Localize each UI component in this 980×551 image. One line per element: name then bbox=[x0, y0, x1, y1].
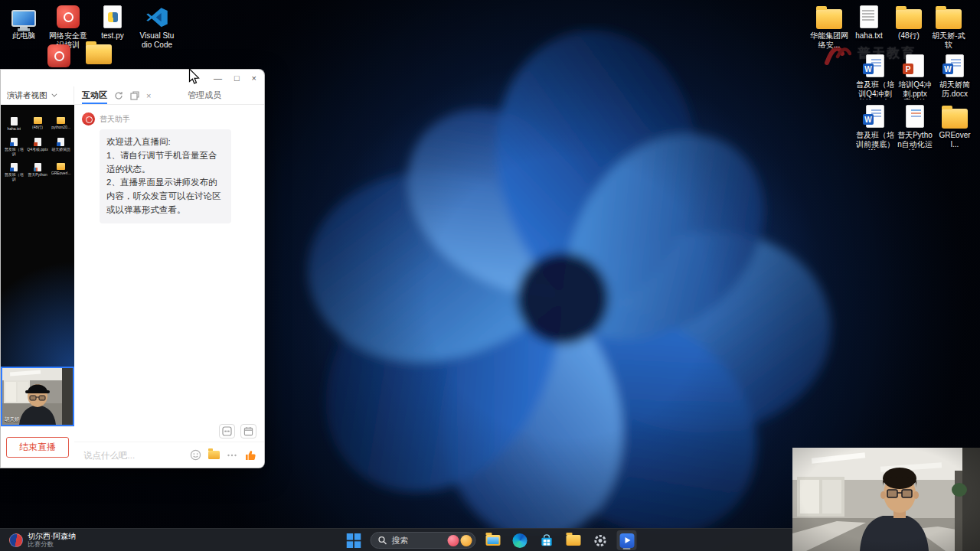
desktop-icon-gre-folder[interactable]: GREoverl... bbox=[936, 104, 974, 150]
preview-icon: (48行) bbox=[27, 117, 49, 131]
emoji-icon[interactable] bbox=[190, 449, 201, 461]
folder-icon bbox=[896, 9, 922, 29]
desktop-icon-hutianjiao-folder[interactable]: 胡天娇-武软 bbox=[929, 5, 968, 49]
preview-icon: 普及班（培训 bbox=[3, 138, 25, 156]
desktop-icon-vscode[interactable]: Visual Studio Code bbox=[138, 5, 176, 49]
presenter-sidebar: haha.txt (48行) python20... 普及班（培训 Q4考核.p… bbox=[1, 105, 74, 468]
instructor-video bbox=[792, 448, 980, 551]
taskbar-live-app[interactable] bbox=[617, 530, 637, 550]
folder-icon bbox=[936, 9, 962, 29]
desktop-icon-resume-docx[interactable]: 胡天娇简历.docx bbox=[936, 54, 974, 99]
desktop-icon-pretest-doc[interactable]: 普及班（培训前摸底）(1)... bbox=[856, 104, 894, 150]
security-training-icon bbox=[57, 5, 80, 28]
file-attach-icon[interactable] bbox=[208, 451, 220, 459]
close-panel-icon[interactable]: × bbox=[146, 91, 151, 100]
chat-tabs: 互动区 × 管理成员 bbox=[74, 86, 264, 104]
widget-subtitle: 比赛分数 bbox=[28, 541, 76, 549]
assistant-avatar bbox=[82, 112, 95, 126]
word-file-icon bbox=[946, 54, 964, 77]
maximize-button[interactable]: □ bbox=[234, 74, 240, 83]
search-highlight-icon bbox=[448, 535, 459, 546]
desktop-icon-huaneng-folder[interactable]: 华能集团网络安... bbox=[810, 5, 848, 49]
vscode-icon bbox=[145, 5, 168, 28]
desktop-icon-48-folder[interactable]: (48行) bbox=[890, 5, 928, 49]
assistant-name: 普天助手 bbox=[100, 114, 130, 125]
desktop-icon-partial-folder[interactable] bbox=[86, 44, 112, 64]
screen-share-preview[interactable]: haha.txt (48行) python20... 普及班（培训 Q4考核.p… bbox=[1, 105, 74, 367]
widgets-button[interactable]: 切尔西·阿森纳 比赛分数 bbox=[5, 530, 80, 550]
live-app-icon bbox=[619, 533, 634, 548]
preview-icon: Q4考核.pptx bbox=[27, 138, 49, 156]
taskbar-store[interactable] bbox=[537, 530, 557, 550]
word-file-icon bbox=[57, 138, 64, 146]
tab-interaction[interactable]: 互动区 bbox=[82, 86, 107, 104]
taskbar-center: 搜索 bbox=[344, 529, 637, 551]
folder-icon bbox=[566, 535, 580, 546]
desktop-icon-this-pc[interactable]: 此电脑 bbox=[5, 5, 43, 49]
desktop-icon-python-ops[interactable]: 普天Python自动化运维... bbox=[896, 104, 934, 150]
start-button[interactable] bbox=[344, 530, 364, 550]
folder-icon bbox=[942, 109, 968, 129]
search-placeholder: 搜索 bbox=[392, 535, 443, 546]
popout-icon[interactable] bbox=[130, 91, 139, 100]
word-file-icon bbox=[866, 105, 884, 128]
chat-message-bubble: 欢迎进入直播间: 1、请自行调节手机音量至合适的状态。 2、直播界面显示讲师发布… bbox=[100, 129, 231, 223]
taskbar-edge[interactable] bbox=[510, 530, 530, 550]
folder-icon bbox=[57, 117, 65, 124]
document-file-icon bbox=[34, 163, 41, 171]
folder-icon bbox=[57, 163, 65, 170]
desktop-icon-test-py[interactable]: test.py bbox=[93, 5, 132, 49]
refresh-icon[interactable] bbox=[114, 91, 123, 100]
word-file-icon bbox=[866, 54, 884, 77]
gear-icon bbox=[593, 533, 607, 548]
live-stream-app-window: — □ × 演讲者视图 互动区 × 管理成员 bbox=[0, 69, 265, 468]
word-file-icon bbox=[11, 138, 18, 146]
chat-messages: 普天助手 欢迎进入直播间: 1、请自行调节手机音量至合适的状态。 2、直播界面显… bbox=[74, 105, 264, 420]
presenter-view-dropdown[interactable]: 演讲者视图 bbox=[1, 86, 74, 104]
ppt-file-icon bbox=[34, 138, 41, 146]
preview-icon: 普及班（培训 bbox=[3, 163, 25, 181]
close-button[interactable]: × bbox=[252, 74, 256, 83]
minimize-button[interactable]: — bbox=[214, 74, 222, 83]
taskbar-search[interactable]: 搜索 bbox=[371, 532, 476, 549]
search-highlight-icon bbox=[461, 535, 472, 546]
chat-message-line: 1、请自行调节手机音量至合适的状态。 bbox=[106, 149, 224, 177]
emoji-panel-icon[interactable] bbox=[219, 424, 235, 439]
presenter-camera-preview: 胡天娇 bbox=[1, 367, 74, 426]
desktop-screen: 普天教育 此电脑 网络安全意识培训 test.py Visual Studio … bbox=[0, 0, 980, 551]
desktop-icon-security-training[interactable]: 网络安全意识培训 bbox=[49, 5, 87, 49]
chat-panel: 普天助手 欢迎进入直播间: 1、请自行调节手机音量至合适的状态。 2、直播界面显… bbox=[74, 105, 264, 468]
text-file-icon bbox=[860, 5, 878, 28]
preview-icon: GREoverl... bbox=[50, 163, 72, 181]
file-explorer-icon bbox=[485, 535, 500, 546]
end-stream-area: 结束直播 bbox=[1, 426, 74, 468]
taskbar-folder[interactable] bbox=[564, 530, 583, 550]
folder-icon bbox=[34, 117, 42, 124]
taskbar-file-explorer[interactable] bbox=[483, 530, 503, 550]
red-app-icon bbox=[47, 44, 70, 67]
taskbar-settings[interactable] bbox=[590, 530, 610, 550]
desktop-icon-q4-pptx[interactable]: 培训Q4冲刺.pptx（完考核） bbox=[896, 54, 934, 99]
desktop-icon-partial-red[interactable] bbox=[47, 44, 70, 67]
desktop-icon-class-doc[interactable]: 普及班（培训Q4冲刺考核）.d... bbox=[856, 54, 894, 99]
desktop-icon-haha-txt[interactable]: haha.txt bbox=[850, 5, 888, 49]
folder-icon bbox=[86, 44, 112, 64]
text-file-icon bbox=[11, 117, 18, 126]
tab-members[interactable]: 管理成员 bbox=[188, 90, 221, 101]
more-icon[interactable] bbox=[227, 450, 237, 461]
python-file-icon bbox=[103, 5, 122, 28]
schedule-icon[interactable] bbox=[240, 424, 256, 439]
end-stream-button[interactable]: 结束直播 bbox=[6, 437, 69, 458]
sports-widget-icon bbox=[9, 533, 23, 547]
ppt-file-icon bbox=[906, 54, 924, 77]
preview-icon: python20... bbox=[50, 117, 72, 131]
preview-wallpaper-glow bbox=[1, 223, 74, 367]
chat-input[interactable] bbox=[82, 450, 183, 461]
chat-message-line: 欢迎进入直播间: bbox=[106, 135, 224, 149]
edge-icon bbox=[512, 533, 527, 548]
thumbs-up-icon[interactable] bbox=[244, 449, 256, 461]
preview-icon: 胡天娇简历 bbox=[50, 138, 72, 156]
this-pc-icon bbox=[11, 10, 36, 27]
preview-icon: 普天Python bbox=[27, 163, 49, 181]
window-subbar: 演讲者视图 互动区 × 管理成员 bbox=[1, 86, 264, 105]
